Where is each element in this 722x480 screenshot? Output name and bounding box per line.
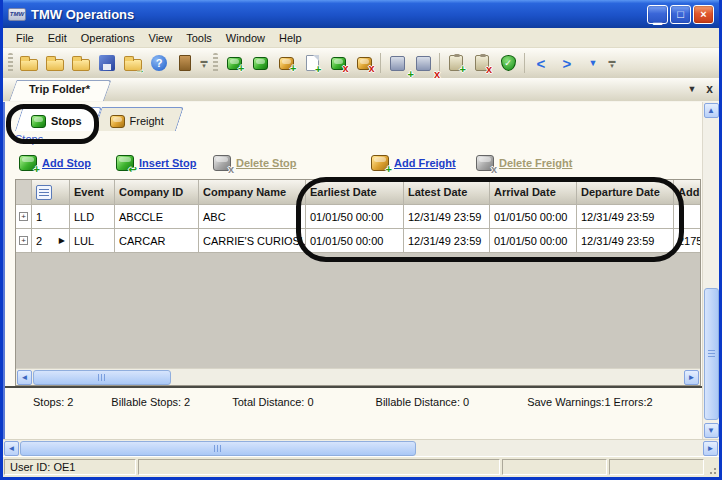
scroll-left-icon[interactable]: ◄ (4, 441, 19, 456)
column-header-address[interactable]: Addre (674, 180, 700, 205)
menu-window[interactable]: Window (219, 30, 272, 46)
delete-freight-button[interactable]: x Delete Freight (476, 155, 572, 171)
doc-close-icon[interactable]: x (706, 82, 713, 96)
cell-company-id[interactable]: CARCAR (115, 229, 199, 253)
delete-stop-toolbar-button[interactable]: x (325, 51, 351, 75)
cell-event[interactable]: LLD (70, 205, 115, 229)
minimize-button[interactable]: ▁ (647, 5, 668, 24)
clipboard-add-button[interactable]: + (443, 51, 469, 75)
save-button[interactable] (94, 51, 120, 75)
cell-earliest-date[interactable]: 01/01/50 00:00 (306, 205, 404, 229)
cell-latest-date[interactable]: 12/31/49 23:59 (404, 229, 490, 253)
column-header-departure-date[interactable]: Departure Date (577, 180, 674, 205)
table-row[interactable]: + 2▶ LUL CARCAR CARRIE'S CURIOSI.. 01/01… (16, 229, 700, 253)
add-freight-button[interactable]: + Add Freight (371, 155, 476, 171)
cell-company-name[interactable]: ABC (199, 205, 306, 229)
cell-company-name[interactable]: CARRIE'S CURIOSI.. (199, 229, 306, 253)
add-freight-toolbar-button[interactable]: + (273, 51, 299, 75)
delete-freight-icon: x (476, 155, 494, 171)
cell-event[interactable]: LUL (70, 229, 115, 253)
scroll-up-icon[interactable]: ▲ (704, 103, 719, 118)
delete-freight-toolbar-button[interactable]: x (351, 51, 377, 75)
scrollbar-thumb[interactable] (704, 288, 719, 420)
exit-icon (179, 55, 191, 71)
cell-departure-date[interactable]: 12/31/49 23:59 (577, 205, 674, 229)
help-button[interactable]: ? (146, 51, 172, 75)
column-header-latest-date[interactable]: Latest Date (404, 180, 490, 205)
nav-back-button[interactable]: < (528, 51, 554, 75)
scroll-left-icon[interactable]: ◄ (17, 370, 32, 385)
delete-stop-button[interactable]: x Delete Stop (213, 155, 371, 171)
add-stop-button[interactable]: + Add Stop (19, 155, 116, 171)
toolbar-overflow-button-2[interactable]: ▬▾ (606, 52, 618, 74)
new-doc-toolbar-button[interactable]: + (299, 51, 325, 75)
cell-latest-date[interactable]: 12/31/49 23:59 (404, 205, 490, 229)
stops-grid: Event Company ID Company Name Earliest D… (15, 179, 701, 386)
grid-horizontal-scrollbar[interactable]: ◄ ► (16, 368, 700, 385)
column-header-company-name[interactable]: Company Name (199, 180, 306, 205)
menu-tools[interactable]: Tools (179, 30, 219, 46)
cell-departure-date[interactable]: 12/31/49 23:59 (577, 229, 674, 253)
cell-address[interactable] (674, 205, 700, 229)
column-header-event[interactable]: Event (70, 180, 115, 205)
insert-stop-toolbar-button[interactable] (247, 51, 273, 75)
menu-view[interactable]: View (142, 30, 180, 46)
table-row[interactable]: + 1 LLD ABCCLE ABC 01/01/50 00:00 12/31/… (16, 205, 700, 229)
insert-stop-button[interactable]: ↩ Insert Stop (116, 155, 213, 171)
window-horizontal-scrollbar[interactable]: ◄ ► (3, 439, 719, 456)
user-id-panel: User ID: OE1 (4, 459, 136, 475)
cube-gold-plus-icon: + (279, 57, 294, 70)
menu-operations[interactable]: Operations (74, 30, 142, 46)
save-warnings-link[interactable]: Save Warnings:1 Errors:2 (527, 396, 653, 408)
row-header[interactable]: 2▶ (32, 229, 70, 253)
menu-bar: File Edit Operations View Tools Window H… (3, 28, 719, 48)
scrollbar-thumb[interactable] (33, 370, 171, 385)
tab-stops[interactable]: Stops (15, 107, 94, 131)
book-add-button[interactable]: + (384, 51, 410, 75)
open-folder-button[interactable] (42, 51, 68, 75)
book-delete-button[interactable]: x (410, 51, 436, 75)
cell-earliest-date[interactable]: 01/01/50 00:00 (306, 229, 404, 253)
new-folder-button[interactable] (16, 51, 42, 75)
row-expand-button[interactable]: + (16, 205, 32, 229)
menu-help[interactable]: Help (272, 30, 309, 46)
scroll-right-icon[interactable]: ► (684, 370, 699, 385)
scroll-down-icon[interactable]: ▼ (704, 423, 719, 438)
menu-edit[interactable]: Edit (41, 30, 74, 46)
export-button[interactable]: → (120, 51, 146, 75)
toolbar-overflow-button[interactable]: ▬▾ (198, 52, 210, 74)
toolbar-grip-2[interactable] (213, 53, 218, 73)
cell-company-id[interactable]: ABCCLE (115, 205, 199, 229)
nav-forward-button[interactable]: > (554, 51, 580, 75)
toolbar-separator (380, 53, 381, 73)
resize-grip[interactable] (705, 457, 719, 477)
shield-button[interactable]: ✓ (495, 51, 521, 75)
app-window: TMW TMW Operations ▁ □ × File Edit Opera… (0, 0, 722, 480)
cell-arrival-date[interactable]: 01/01/50 00:00 (490, 205, 577, 229)
field-chooser-button[interactable] (32, 180, 70, 205)
column-header-company-id[interactable]: Company ID (115, 180, 199, 205)
cell-address[interactable]: 21751 (674, 229, 700, 253)
clipboard-delete-button[interactable]: x (469, 51, 495, 75)
cell-arrival-date[interactable]: 01/01/50 00:00 (490, 229, 577, 253)
folders-button[interactable] (68, 51, 94, 75)
maximize-button[interactable]: □ (670, 5, 691, 24)
plus-icon: + (19, 236, 28, 245)
exit-button[interactable] (172, 51, 198, 75)
doc-list-dropdown-icon[interactable]: ▼ (687, 82, 696, 96)
scroll-right-icon[interactable]: ► (703, 441, 718, 456)
tab-trip-folder[interactable]: Trip Folder* (9, 80, 104, 101)
add-stop-toolbar-button[interactable]: + (221, 51, 247, 75)
vertical-scrollbar[interactable]: ▲ ▼ (702, 102, 719, 439)
nav-dropdown-button[interactable]: ▼ (580, 51, 606, 75)
new-folder-icon (20, 59, 38, 71)
tab-freight[interactable]: Freight (94, 107, 176, 131)
toolbar-grip[interactable] (8, 53, 13, 73)
row-expand-button[interactable]: + (16, 229, 32, 253)
scrollbar-thumb[interactable] (20, 441, 416, 456)
menu-file[interactable]: File (9, 30, 41, 46)
row-header[interactable]: 1 (32, 205, 70, 229)
close-button[interactable]: × (693, 5, 714, 24)
column-header-arrival-date[interactable]: Arrival Date (490, 180, 577, 205)
column-header-earliest-date[interactable]: Earliest Date (306, 180, 404, 205)
